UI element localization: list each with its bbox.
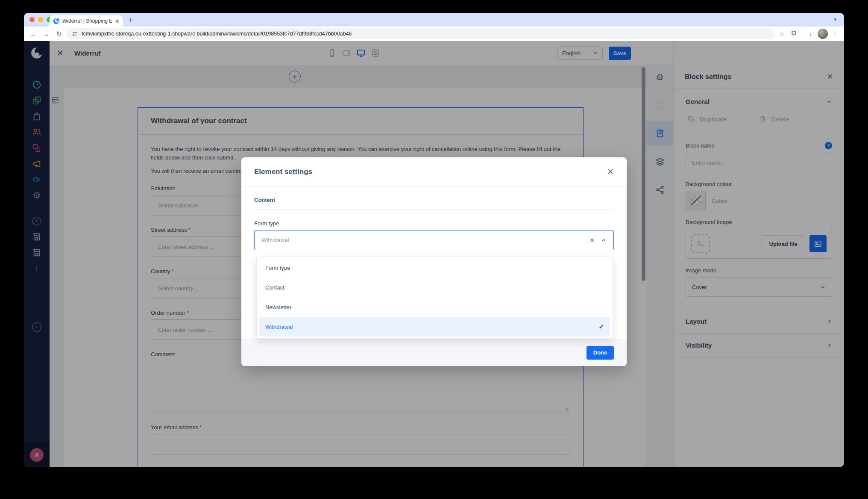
close-window-button[interactable] <box>29 17 35 22</box>
modal-header: Element settings ✕ <box>241 157 627 186</box>
modal-tabs: Content <box>254 186 614 210</box>
form-type-label: Form type <box>254 220 614 227</box>
close-icon[interactable]: ✕ <box>607 167 614 177</box>
option-label: Form type <box>265 265 290 271</box>
extensions-puzzle-icon[interactable] <box>789 30 798 37</box>
browser-menu-icon[interactable]: ⋮ <box>830 30 840 37</box>
dropdown-option-contact[interactable]: Contact <box>259 278 610 297</box>
downloads-icon[interactable]: ↓ <box>806 30 815 37</box>
option-label: Newsletter <box>265 304 291 310</box>
minimize-window-button[interactable] <box>38 17 43 22</box>
dropdown-option-withdrawal[interactable]: Withdrawal✓ <box>259 317 610 337</box>
site-info-icon[interactable] <box>72 31 78 37</box>
form-type-dropdown: Form typeContactNewsletterWithdrawal✓ <box>256 257 613 339</box>
done-button[interactable]: Done <box>586 346 614 360</box>
shopware-admin-app: ⚙ + ⋮ › A ✕ Widerruf <box>24 41 844 467</box>
form-type-value: Withdrawal <box>261 237 589 243</box>
browser-urlbar: ← → ↻ fcmvkimpxthe-storeqa.eu-exttesting… <box>24 27 844 41</box>
tab-search-chevron-icon[interactable]: ▾ <box>834 17 836 22</box>
address-bar[interactable]: fcmvkimpxthe-storeqa.eu-exttesting-1.sho… <box>67 28 774 39</box>
tab-title: Widerruf | Shopping Experien <box>62 18 112 24</box>
browser-profile-avatar[interactable] <box>818 29 828 39</box>
bookmark-star-icon[interactable]: ☆ <box>777 30 786 37</box>
form-type-select[interactable]: Withdrawal ✕ <box>254 230 614 250</box>
check-icon: ✓ <box>598 323 604 331</box>
dropdown-option-newsletter[interactable]: Newsletter <box>259 297 610 317</box>
clear-selection-icon[interactable]: ✕ <box>589 237 595 244</box>
reload-button[interactable]: ↻ <box>54 30 64 38</box>
modal-title: Element settings <box>254 168 312 176</box>
element-settings-modal: Element settings ✕ Content Form type Wit… <box>241 157 627 366</box>
url-text: fcmvkimpxthe-storeqa.eu-exttesting-1.sho… <box>82 31 352 37</box>
tab-close-icon[interactable]: ✕ <box>115 18 120 24</box>
browser-tab[interactable]: Widerruf | Shopping Experien ✕ <box>50 15 123 27</box>
browser-window: Widerruf | Shopping Experien ✕ + ▾ ← → ↻… <box>24 13 844 467</box>
shopware-favicon-icon <box>53 18 59 24</box>
option-label: Withdrawal <box>265 324 293 330</box>
toolbar-divider <box>802 30 802 37</box>
forward-button[interactable]: → <box>41 30 51 38</box>
window-controls <box>29 17 52 22</box>
option-label: Contact <box>265 284 284 291</box>
new-tab-button[interactable]: + <box>129 16 133 24</box>
dropdown-option-form-type[interactable]: Form type <box>259 258 610 278</box>
modal-footer: Done <box>241 339 627 366</box>
tab-content[interactable]: Content <box>254 197 275 203</box>
back-button[interactable]: ← <box>28 30 38 38</box>
browser-tabstrip: Widerruf | Shopping Experien ✕ + ▾ <box>24 13 844 27</box>
chevron-up-icon[interactable] <box>601 237 607 243</box>
